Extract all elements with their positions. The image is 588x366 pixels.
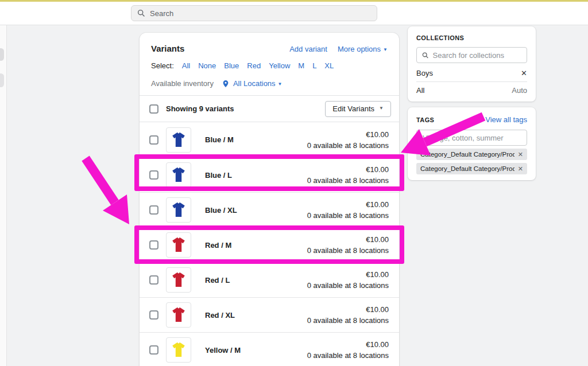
variant-name: Red / L xyxy=(205,276,230,285)
tshirt-icon xyxy=(169,271,188,289)
view-all-tags-link[interactable]: View all tags xyxy=(485,115,527,124)
showing-variants-label: Showing 9 variants xyxy=(166,104,234,113)
tshirt-icon xyxy=(169,166,188,184)
variant-name: Blue / M xyxy=(205,135,234,144)
tags-card: TAGS View all tags Category_Default Cate… xyxy=(408,107,536,180)
remove-collection-icon[interactable]: ✕ xyxy=(521,69,527,77)
variant-thumbnail xyxy=(166,337,191,363)
rail-indicator xyxy=(0,48,4,61)
select-filter-link[interactable]: Blue xyxy=(224,61,239,70)
variant-thumbnail xyxy=(166,302,191,328)
select-filter-link[interactable]: All xyxy=(182,61,190,70)
variant-availability: 0 available at 8 locations xyxy=(307,140,389,151)
tshirt-icon xyxy=(169,236,188,254)
tshirt-icon xyxy=(169,341,188,359)
variant-price: €10.00 xyxy=(307,339,389,350)
variant-checkbox[interactable] xyxy=(149,240,158,250)
tag-pill: Category_Default Category/Prod... ✕ xyxy=(416,149,527,160)
top-header xyxy=(0,2,588,25)
tag-text: Category_Default Category/Prod... xyxy=(420,151,514,158)
add-variant-link[interactable]: Add variant xyxy=(289,45,327,53)
variant-availability: 0 available at 8 locations xyxy=(307,280,389,291)
tag-pill: Category_Default Category/Prod... ✕ xyxy=(416,163,527,174)
variant-row[interactable]: Blue / L €10.00 0 available at 8 locatio… xyxy=(140,157,399,192)
variant-checkbox[interactable] xyxy=(149,275,158,285)
collections-search-input[interactable] xyxy=(433,51,521,60)
chevron-down-icon: ▼ xyxy=(383,47,388,52)
variant-price: €10.00 xyxy=(307,199,389,210)
variant-availability: 0 available at 8 locations xyxy=(307,315,389,326)
variant-checkbox[interactable] xyxy=(149,170,158,180)
select-filter-link[interactable]: XL xyxy=(324,61,334,70)
variant-price: €10.00 xyxy=(307,164,389,175)
variant-row[interactable]: Blue / XL €10.00 0 available at 8 locati… xyxy=(140,192,399,227)
global-search[interactable] xyxy=(131,5,377,21)
select-label: Select: xyxy=(151,61,174,70)
variant-checkbox[interactable] xyxy=(149,310,158,320)
variant-thumbnail xyxy=(166,197,191,223)
collection-name: Boys xyxy=(416,69,433,77)
collections-search[interactable] xyxy=(416,47,527,63)
select-filter-link[interactable]: Yellow xyxy=(269,61,290,70)
left-rail xyxy=(0,25,7,366)
select-all-checkbox[interactable] xyxy=(149,104,158,114)
collection-filter-all[interactable]: All xyxy=(416,86,424,95)
variant-name: Yellow / M xyxy=(205,346,241,355)
tag-text: Category_Default Category/Prod... xyxy=(420,165,514,172)
variant-availability: 0 available at 8 locations xyxy=(307,245,389,256)
variant-price: €10.00 xyxy=(307,304,389,315)
variants-card: Variants Add variant More options▼ Selec… xyxy=(140,33,399,366)
tags-input[interactable] xyxy=(423,134,521,142)
search-icon xyxy=(422,52,429,59)
variant-checkbox[interactable] xyxy=(149,345,158,355)
select-filter-link[interactable]: M xyxy=(298,61,304,70)
variants-title: Variants xyxy=(151,44,184,53)
location-pin-icon xyxy=(222,80,230,88)
more-options-link[interactable]: More options▼ xyxy=(338,45,388,53)
tags-label: TAGS xyxy=(416,116,434,123)
variant-availability: 0 available at 8 locations xyxy=(307,350,389,361)
collection-item: Boys ✕ xyxy=(416,65,527,80)
search-input[interactable] xyxy=(150,9,371,18)
edit-variants-button[interactable]: Edit Variants▼ xyxy=(325,101,391,117)
select-filter-link[interactable]: Red xyxy=(247,61,261,70)
variant-row[interactable]: Blue / M €10.00 0 available at 8 locatio… xyxy=(140,122,399,157)
select-filter-link[interactable]: L xyxy=(312,61,316,70)
variant-row[interactable]: Red / L €10.00 0 available at 8 location… xyxy=(140,262,399,297)
tags-input-box[interactable] xyxy=(416,130,527,146)
divider xyxy=(416,81,527,82)
variant-row[interactable]: Red / M €10.00 0 available at 8 location… xyxy=(140,227,399,262)
variant-thumbnail xyxy=(166,232,191,258)
variant-thumbnail xyxy=(166,127,191,153)
variant-row[interactable]: Red / XL €10.00 0 available at 8 locatio… xyxy=(140,297,399,332)
chevron-down-icon: ▼ xyxy=(278,81,283,87)
search-icon xyxy=(137,9,145,17)
rail-indicator xyxy=(0,73,4,87)
variant-checkbox[interactable] xyxy=(149,205,158,215)
variant-availability: 0 available at 8 locations xyxy=(307,210,389,221)
variant-name: Blue / XL xyxy=(205,206,237,215)
variant-price: €10.00 xyxy=(307,234,389,245)
variant-row[interactable]: Yellow / M €10.00 0 available at 8 locat… xyxy=(140,332,399,366)
variant-thumbnail xyxy=(166,267,191,293)
collections-label: COLLECTIONS xyxy=(416,34,527,41)
collections-card: COLLECTIONS Boys ✕ All Auto xyxy=(408,26,536,102)
remove-tag-icon[interactable]: ✕ xyxy=(518,151,523,158)
arrow-to-red-m-row xyxy=(86,158,129,224)
tshirt-icon xyxy=(169,201,188,219)
variant-price: €10.00 xyxy=(307,129,389,140)
available-inventory-label: Available inventory xyxy=(151,79,214,88)
variant-thumbnail xyxy=(166,162,191,188)
variant-price: €10.00 xyxy=(307,269,389,280)
variant-checkbox[interactable] xyxy=(149,135,158,145)
tshirt-icon xyxy=(169,306,188,324)
remove-tag-icon[interactable]: ✕ xyxy=(518,166,523,172)
variant-name: Blue / L xyxy=(205,171,232,180)
variant-availability: 0 available at 8 locations xyxy=(307,175,389,186)
collection-auto-label: Auto xyxy=(512,86,527,95)
variant-name: Red / M xyxy=(205,241,231,250)
tshirt-icon xyxy=(169,131,188,149)
chevron-down-icon: ▼ xyxy=(379,106,384,111)
location-filter-link[interactable]: All Locations▼ xyxy=(233,79,283,88)
select-filter-link[interactable]: None xyxy=(198,61,216,70)
